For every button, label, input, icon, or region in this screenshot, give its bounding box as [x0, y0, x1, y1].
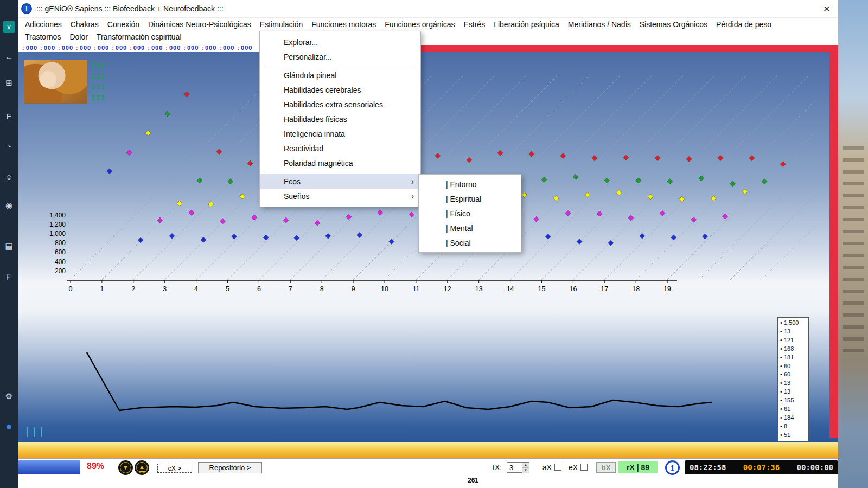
- flag-icon[interactable]: ⚐: [0, 272, 18, 282]
- data-point-magenta: [660, 210, 665, 216]
- value-row: • 168: [780, 345, 808, 354]
- menu-funciones-motoras[interactable]: Funciones motoras: [307, 20, 380, 29]
- close-button[interactable]: ×: [815, 0, 838, 18]
- menu-estimulación[interactable]: Estimulación: [256, 20, 307, 29]
- data-point-red: [184, 92, 189, 97]
- menu-estrés[interactable]: Estrés: [459, 20, 489, 29]
- settings-gear-icon[interactable]: ⚙: [0, 391, 18, 401]
- menu-row-1: AdiccionesChakrasConexiónDinámicas Neuro…: [18, 18, 838, 30]
- data-point-magenta: [315, 220, 320, 226]
- svg-text:3: 3: [163, 285, 167, 293]
- data-point-green: [541, 177, 547, 182]
- venus-image: [24, 60, 87, 104]
- menuitem-habilidades-cerebrales[interactable]: Habilidades cerebrales: [260, 82, 420, 97]
- dial-icon[interactable]: ◔: [0, 142, 18, 151]
- back-arrow-icon[interactable]: ←: [0, 52, 18, 61]
- tx-spinner[interactable]: 3 ▲ ▼: [507, 462, 529, 473]
- menuitem-habilidades-físicas[interactable]: Habilidades físicas: [260, 112, 420, 126]
- data-point-red: [435, 153, 441, 158]
- document-icon[interactable]: ▤: [0, 241, 18, 251]
- menu-liberación-psíquica[interactable]: Liberación psíquica: [489, 20, 564, 29]
- svg-text:400: 400: [55, 258, 66, 266]
- data-point-red: [623, 155, 629, 160]
- data-point-blue: [107, 169, 112, 174]
- data-point-green: [197, 178, 202, 183]
- apps-grid-icon[interactable]: ⊞: [0, 78, 18, 88]
- taskbar-rail: ∨←⊞E◔☺◉▤⚐⚙●: [0, 0, 18, 488]
- profile-icon[interactable]: ●: [0, 420, 18, 433]
- counter-value: 000: [26, 44, 37, 51]
- partial-text: 261: [468, 477, 478, 484]
- menu-dolor[interactable]: Dolor: [65, 33, 92, 41]
- submenu-arrow-icon: ›: [411, 191, 414, 201]
- data-point-magenta: [534, 216, 539, 222]
- menu-dinámicas-neuro-psicológicas[interactable]: Dinámicas Neuro-Psicológicas: [144, 20, 256, 29]
- info-icon: i: [671, 464, 674, 472]
- menuitem-glándula-pineal[interactable]: Glándula pineal: [260, 68, 420, 82]
- ax-checkbox[interactable]: [554, 464, 561, 471]
- submenuitem-social[interactable]: | Social: [419, 235, 521, 250]
- menuitem-polaridad-magnética[interactable]: Polaridad magnética: [260, 156, 420, 170]
- menuitem-personalizar[interactable]: Personalizar...: [260, 49, 420, 64]
- menuitem-explorar[interactable]: Explorar...: [260, 35, 420, 49]
- eject-button[interactable]: ▲: [135, 460, 149, 475]
- menu-pérdida-de-peso[interactable]: Pérdida de peso: [712, 20, 776, 29]
- menuitem-label: Personalizar...: [284, 53, 332, 61]
- menu-transformación-espiritual[interactable]: Transformación espiritual: [92, 33, 186, 41]
- counter-separator: :: [148, 44, 150, 51]
- data-point-magenta: [691, 217, 697, 222]
- menu-row-2: TrastornosDolorTransformación espiritual: [18, 30, 838, 43]
- face-icon[interactable]: ☺: [0, 172, 18, 182]
- menu-trastornos[interactable]: Trastornos: [21, 33, 65, 41]
- cx-button[interactable]: cX >: [157, 464, 192, 473]
- submenuitem-físico[interactable]: | Físico: [419, 206, 521, 221]
- data-point-red: [560, 153, 566, 158]
- menu-chakras[interactable]: Chakras: [66, 20, 103, 29]
- menu-meridianos-nadis[interactable]: Meridianos / Nadis: [564, 20, 635, 29]
- counter-separator: :: [201, 44, 204, 51]
- menuitem-label: Habilidades físicas: [284, 115, 347, 124]
- e-logo-icon[interactable]: E: [0, 112, 18, 121]
- menu-funciones-orgánicas[interactable]: Funciones orgánicas: [380, 20, 459, 29]
- menuitem-reactividad[interactable]: Reactividad: [260, 141, 420, 156]
- data-point-yellow: [240, 194, 245, 199]
- counter-item: :000: [148, 44, 163, 51]
- info-button[interactable]: i: [665, 460, 680, 475]
- collapse-chevron-icon[interactable]: ∨: [3, 21, 15, 33]
- menu-sistemas-orgánicos[interactable]: Sistemas Orgánicos: [635, 20, 712, 29]
- data-point-green: [699, 176, 704, 181]
- menuitem-ecos[interactable]: Ecos›: [260, 174, 420, 189]
- data-point-green: [573, 174, 578, 179]
- title-bar: i ::: gENiO® Sapiens ::: Biofeedback + N…: [18, 0, 838, 18]
- submenuitem-entorno[interactable]: | Entorno: [419, 177, 521, 191]
- data-point-yellow: [679, 196, 685, 202]
- data-point-magenta: [220, 219, 226, 224]
- counter-separator: :: [58, 44, 61, 51]
- spinner-up-icon[interactable]: ▲: [522, 463, 529, 468]
- tx-label: tX:: [493, 463, 502, 472]
- menu-adicciones[interactable]: Adicciones: [21, 20, 66, 29]
- ex-checkbox[interactable]: [580, 464, 588, 471]
- data-point-blue: [545, 234, 551, 239]
- spinner-down-icon[interactable]: ▼: [522, 468, 529, 473]
- counter-value: 000: [223, 44, 234, 51]
- yellow-gradient-band: [18, 442, 838, 458]
- menu-separator: [264, 66, 416, 66]
- data-point-blue: [201, 237, 206, 242]
- submenu-arrow-icon: ›: [411, 177, 414, 187]
- menuitem-inteligencia-innata[interactable]: Inteligencia innata: [260, 126, 420, 141]
- counter-item: :000: [130, 44, 145, 51]
- submenuitem-mental[interactable]: | Mental: [419, 221, 521, 235]
- bx-button[interactable]: bX: [596, 462, 616, 473]
- repositorio-button[interactable]: Repositorio >: [198, 462, 262, 473]
- menu-conexión[interactable]: Conexión: [103, 20, 144, 29]
- value-row: • 51: [780, 431, 808, 440]
- submenuitem-espiritual[interactable]: | Espiritual: [419, 191, 521, 206]
- svg-text:800: 800: [55, 239, 66, 247]
- spinner-arrows-icon[interactable]: ▲ ▼: [522, 463, 529, 472]
- menuitem-habilidades-extra-sensoriales[interactable]: Habilidades extra sensoriales: [260, 97, 420, 112]
- menuitem-sueños[interactable]: Sueños›: [260, 189, 420, 203]
- data-point-red: [529, 151, 534, 157]
- people-icon[interactable]: ◉: [0, 201, 18, 210]
- down-button[interactable]: ▼: [118, 460, 133, 475]
